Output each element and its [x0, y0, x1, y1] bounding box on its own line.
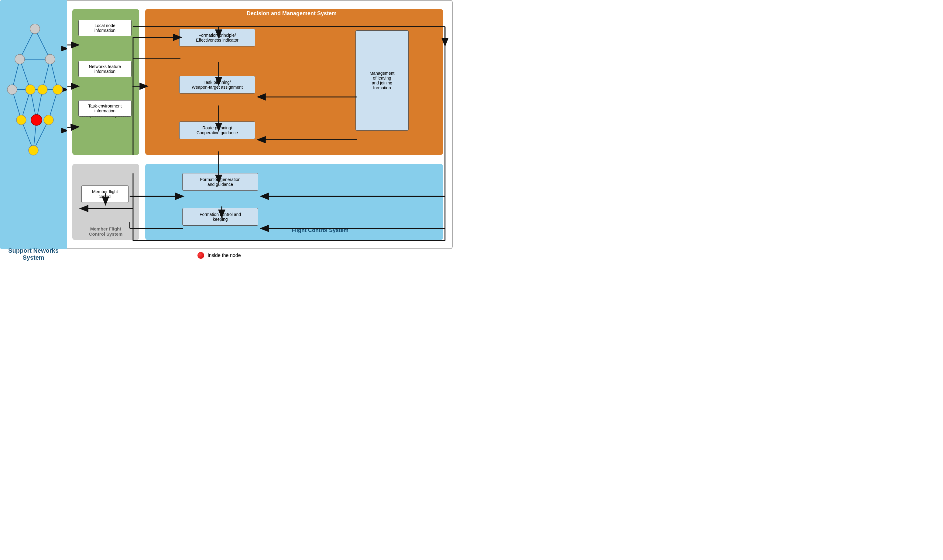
svg-point-26	[45, 54, 55, 64]
box-task-environment: Task-environment information	[79, 100, 131, 117]
support-label: Support Neworks System	[3, 247, 64, 261]
svg-point-24	[30, 24, 40, 34]
main-diagram: Support Neworks System	[0, 0, 456, 267]
decision-title: Decision and Management System	[146, 10, 438, 17]
flight-ctrl-title: Flight Control System	[292, 227, 438, 234]
legend: inside the node	[197, 252, 241, 259]
svg-point-28	[26, 85, 35, 94]
svg-line-0	[20, 29, 35, 59]
box-member-flight: Member flight control	[82, 185, 128, 203]
svg-point-29	[38, 85, 48, 94]
legend-red-circle	[197, 252, 204, 259]
box-formation-principle: Formation principle/ Effectiveness indic…	[179, 29, 255, 46]
svg-point-25	[15, 54, 25, 64]
svg-point-34	[29, 145, 38, 155]
box-local-node: Local node information	[79, 20, 131, 36]
svg-point-27	[7, 85, 17, 94]
network-graph	[3, 12, 67, 188]
svg-point-30	[53, 85, 63, 94]
member-label: Member Flight Control System	[76, 226, 136, 237]
svg-line-1	[35, 29, 50, 59]
box-management: Management of leaving and joining format…	[356, 30, 408, 131]
box-route-planning: Route planning/ Cooperative guidance	[179, 122, 255, 139]
svg-point-33	[31, 114, 42, 125]
box-formation-ctrl: Formation control and keeping	[182, 208, 258, 226]
box-formation-gen: Formation generation and guidance	[182, 173, 258, 191]
svg-point-31	[16, 115, 26, 125]
svg-point-32	[44, 115, 54, 125]
box-networks-feature: Networks feature information	[79, 61, 131, 77]
legend-text: inside the node	[208, 253, 241, 258]
box-task-planning: Task planning/ Weapon-target assignment	[179, 76, 255, 94]
